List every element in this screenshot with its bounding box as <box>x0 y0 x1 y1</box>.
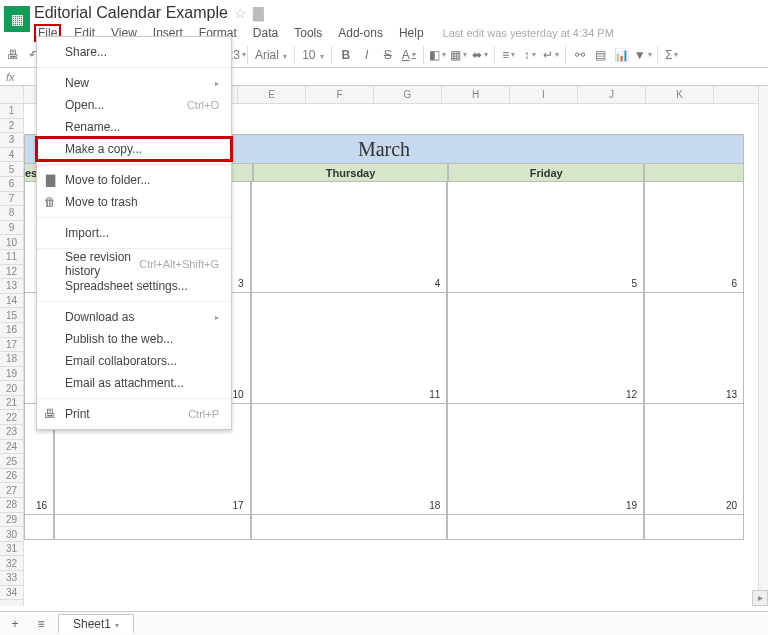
date-cell[interactable]: 12 <box>447 389 644 403</box>
menu-move-to-trash[interactable]: 🗑Move to trash <box>37 191 231 213</box>
row-header[interactable]: 4 <box>0 148 23 163</box>
row-header[interactable]: 7 <box>0 192 23 207</box>
row-header[interactable]: 1 <box>0 104 23 119</box>
menu-help[interactable]: Help <box>396 24 427 42</box>
text-color-button[interactable]: A <box>402 48 416 62</box>
date-cell[interactable]: 4 <box>251 278 448 292</box>
menu-addons[interactable]: Add-ons <box>335 24 386 42</box>
row-header[interactable]: 9 <box>0 221 23 236</box>
link-icon[interactable]: ⚯ <box>573 48 587 62</box>
bold-button[interactable]: B <box>339 48 353 62</box>
date-cell[interactable]: 13 <box>644 389 744 403</box>
row-header[interactable]: 15 <box>0 308 23 323</box>
date-cell[interactable]: 6 <box>644 278 744 292</box>
font-size-select[interactable]: 10 <box>302 48 324 62</box>
chart-icon[interactable]: 📊 <box>615 48 629 62</box>
row-header[interactable]: 25 <box>0 454 23 469</box>
row-header[interactable]: 6 <box>0 177 23 192</box>
row-header[interactable]: 34 <box>0 586 23 601</box>
filter-icon[interactable]: ▼ <box>636 48 650 62</box>
row-header[interactable]: 24 <box>0 440 23 455</box>
date-cell[interactable]: 18 <box>251 500 448 514</box>
menu-data[interactable]: Data <box>250 24 281 42</box>
strike-button[interactable]: S <box>381 48 395 62</box>
halign-icon[interactable]: ≡ <box>502 48 516 62</box>
add-sheet-button[interactable]: + <box>6 615 24 633</box>
select-all-corner[interactable] <box>0 86 23 104</box>
menu-tools[interactable]: Tools <box>291 24 325 42</box>
valign-icon[interactable]: ↕ <box>523 48 537 62</box>
date-cell[interactable]: 19 <box>447 500 644 514</box>
column-header[interactable]: K <box>646 86 714 103</box>
row-header[interactable]: 8 <box>0 206 23 221</box>
row-header[interactable]: 3 <box>0 133 23 148</box>
menu-publish-web[interactable]: Publish to the web... <box>37 328 231 350</box>
sheets-logo-icon[interactable]: ▦ <box>4 6 30 32</box>
row-header[interactable]: 22 <box>0 410 23 425</box>
row-header[interactable]: 20 <box>0 381 23 396</box>
row-header[interactable]: 5 <box>0 162 23 177</box>
borders-icon[interactable]: ▦ <box>452 48 466 62</box>
menu-new[interactable]: New▸ <box>37 72 231 94</box>
print-icon: 🖶 <box>43 407 57 421</box>
menu-email-collaborators[interactable]: Email collaborators... <box>37 350 231 372</box>
row-header[interactable]: 31 <box>0 542 23 557</box>
row-header[interactable]: 16 <box>0 323 23 338</box>
print-icon[interactable]: 🖶 <box>6 48 20 62</box>
merge-icon[interactable]: ⬌ <box>473 48 487 62</box>
column-header[interactable]: J <box>578 86 646 103</box>
menu-open[interactable]: Open...Ctrl+O <box>37 94 231 116</box>
column-header[interactable]: H <box>442 86 510 103</box>
date-cell[interactable]: 5 <box>447 278 644 292</box>
star-icon[interactable]: ☆ <box>234 5 247 21</box>
date-cell[interactable]: 11 <box>251 389 448 403</box>
menu-make-a-copy[interactable]: Make a copy... <box>37 138 231 160</box>
menu-share[interactable]: Share... <box>37 41 231 63</box>
column-header[interactable]: F <box>306 86 374 103</box>
font-select[interactable]: Arial <box>255 48 287 62</box>
menu-print[interactable]: 🖶PrintCtrl+P <box>37 403 231 425</box>
row-header[interactable]: 11 <box>0 250 23 265</box>
italic-button[interactable]: I <box>360 48 374 62</box>
row-header[interactable]: 32 <box>0 556 23 571</box>
menu-rename[interactable]: Rename... <box>37 116 231 138</box>
menu-import[interactable]: Import... <box>37 222 231 244</box>
column-header[interactable]: E <box>238 86 306 103</box>
row-header[interactable]: 28 <box>0 498 23 513</box>
comment-icon[interactable]: ▤ <box>594 48 608 62</box>
row-header[interactable]: 12 <box>0 265 23 280</box>
date-cell[interactable]: 20 <box>644 500 744 514</box>
row-header[interactable]: 17 <box>0 338 23 353</box>
sheet-tab-1[interactable]: Sheet1▾ <box>58 614 134 633</box>
row-header[interactable]: 27 <box>0 483 23 498</box>
row-header[interactable]: 29 <box>0 513 23 528</box>
column-header[interactable]: G <box>374 86 442 103</box>
row-header[interactable]: 30 <box>0 527 23 542</box>
wrap-icon[interactable]: ↵ <box>544 48 558 62</box>
row-header[interactable]: 19 <box>0 367 23 382</box>
all-sheets-button[interactable]: ≡ <box>32 615 50 633</box>
row-header[interactable]: 33 <box>0 571 23 586</box>
row-header[interactable]: 23 <box>0 425 23 440</box>
row-header[interactable]: 21 <box>0 396 23 411</box>
menu-move-to-folder[interactable]: ▇Move to folder... <box>37 169 231 191</box>
date-cell[interactable]: 17 <box>54 500 251 514</box>
functions-icon[interactable]: Σ <box>665 48 679 62</box>
row-header[interactable]: 14 <box>0 294 23 309</box>
row-header[interactable]: 26 <box>0 469 23 484</box>
row-header[interactable]: 18 <box>0 352 23 367</box>
row-header[interactable]: 10 <box>0 235 23 250</box>
menu-email-attachment[interactable]: Email as attachment... <box>37 372 231 394</box>
doc-title[interactable]: Editorial Calendar Example <box>34 4 228 22</box>
menu-revision-history[interactable]: See revision historyCtrl+Alt+Shift+G <box>37 253 231 275</box>
scroll-right-button[interactable]: ▸ <box>752 590 768 606</box>
menu-spreadsheet-settings[interactable]: Spreadsheet settings... <box>37 275 231 297</box>
last-edit-text[interactable]: Last edit was yesterday at 4:34 PM <box>443 27 614 39</box>
row-header[interactable]: 2 <box>0 119 23 134</box>
menu-download-as[interactable]: Download as▸ <box>37 306 231 328</box>
column-header[interactable]: I <box>510 86 578 103</box>
row-header[interactable]: 13 <box>0 279 23 294</box>
date-cell[interactable]: 16 <box>24 500 54 514</box>
move-folder-icon[interactable]: ▇ <box>253 5 264 21</box>
fill-color-icon[interactable]: ◧ <box>431 48 445 62</box>
